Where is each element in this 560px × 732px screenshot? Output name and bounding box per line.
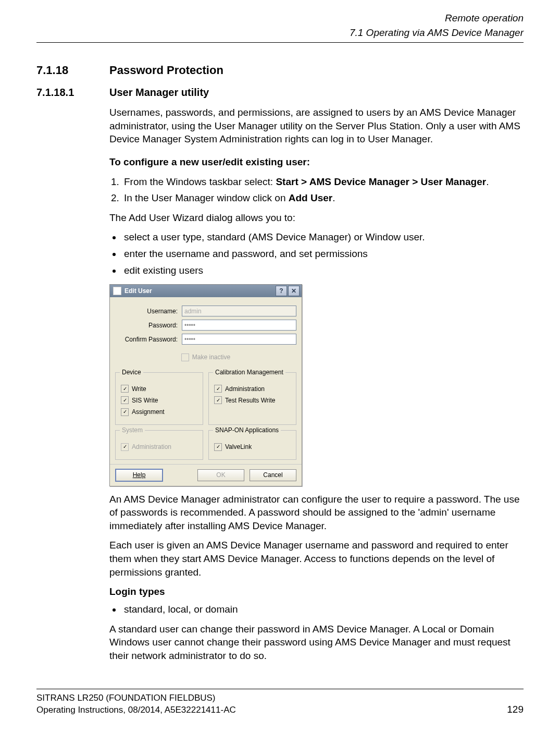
device-write-option[interactable]: Write	[121, 385, 197, 393]
configure-steps: From the Windows taskbar select: Start >…	[122, 175, 524, 205]
dialog-app-icon	[113, 287, 121, 295]
system-admin-checkbox	[121, 443, 129, 451]
step-1-pre: From the Windows taskbar select:	[124, 176, 276, 187]
device-assignment-label: Assignment	[132, 408, 165, 416]
device-write-checkbox[interactable]	[121, 385, 129, 393]
device-siswrite-option[interactable]: SIS Write	[121, 396, 197, 405]
calibration-legend: Calibration Management	[213, 368, 285, 376]
section-title: Password Protection	[109, 63, 223, 78]
make-inactive-checkbox[interactable]	[181, 353, 189, 361]
username-input[interactable]: admin	[182, 306, 296, 316]
login-types-para: A standard user can change their passwor…	[109, 623, 524, 663]
snapon-valvelink-checkbox[interactable]	[214, 443, 222, 451]
step-2-bold: Add User	[289, 192, 332, 203]
footer-docinfo: Operating Instructions, 08/2014, A5E3222…	[36, 704, 236, 716]
calib-test-checkbox[interactable]	[214, 396, 222, 404]
snapon-valvelink-label: ValveLink	[225, 443, 252, 451]
device-legend: Device	[120, 368, 143, 376]
dialog-title-text: Edit User	[125, 287, 275, 295]
titlebar-close-button[interactable]: ✕	[288, 286, 300, 296]
username-label: Username:	[115, 307, 182, 315]
login-types-list: standard, local, or domain	[122, 603, 524, 616]
header-chapter: Remote operation	[36, 11, 524, 25]
step-1: From the Windows taskbar select: Start >…	[122, 175, 524, 189]
header-rule	[36, 42, 524, 43]
allows-item-2: enter the username and password, and set…	[122, 247, 524, 261]
password-input[interactable]: •••••	[182, 320, 296, 331]
footer-product: SITRANS LR250 (FOUNDATION FIELDBUS)	[36, 692, 236, 704]
subsection-title: User Manager utility	[109, 86, 209, 100]
device-group: Device Write SIS Write Assignment	[115, 372, 203, 425]
step-2-pre: In the User Manager window click on	[124, 192, 289, 203]
dialog-titlebar[interactable]: Edit User ? ✕	[110, 285, 302, 297]
step-1-post: .	[486, 176, 489, 187]
calibration-group: Calibration Management Administration Te…	[208, 372, 296, 425]
system-admin-option: Administration	[121, 443, 197, 451]
confirm-password-input[interactable]: •••••	[182, 334, 296, 345]
login-types-item: standard, local, or domain	[122, 603, 524, 616]
allows-item-3: edit existing users	[122, 264, 524, 277]
device-siswrite-checkbox[interactable]	[121, 396, 129, 404]
calib-admin-checkbox[interactable]	[214, 385, 222, 393]
calib-admin-label: Administration	[225, 385, 265, 393]
intro-paragraph: Usernames, passwords, and permissions, a…	[109, 106, 524, 146]
header-section: 7.1 Operating via AMS Device Manager	[36, 26, 524, 40]
allows-intro: The Add User Wizard dialog allows you to…	[109, 211, 524, 225]
allows-list: select a user type, standard (AMS Device…	[122, 230, 524, 277]
snapon-group: SNAP-ON Applications ValveLink	[208, 430, 296, 460]
page-footer: SITRANS LR250 (FOUNDATION FIELDBUS) Oper…	[36, 689, 524, 716]
dialog-footer: Help OK Cancel	[110, 464, 302, 485]
make-inactive-label: Make inactive	[192, 353, 230, 361]
ok-button[interactable]: OK	[197, 469, 244, 481]
device-assignment-checkbox[interactable]	[121, 408, 129, 416]
make-inactive-row: Make inactive	[115, 353, 296, 361]
footer-rule	[36, 689, 524, 689]
after-image-para-1: An AMS Device Manager administrator can …	[109, 493, 524, 533]
dialog-body: Username: admin Password: ••••• Confirm …	[110, 297, 302, 464]
edit-user-dialog: Edit User ? ✕ Username: admin Password: …	[109, 284, 302, 486]
section-heading: 7.1.18 Password Protection	[36, 63, 524, 78]
step-2-post: .	[332, 192, 335, 203]
titlebar-help-button[interactable]: ?	[276, 286, 287, 296]
edit-user-dialog-figure: Edit User ? ✕ Username: admin Password: …	[109, 284, 524, 486]
after-image-para-2: Each user is given an AMS Device Manager…	[109, 539, 524, 579]
device-assignment-option[interactable]: Assignment	[121, 408, 197, 416]
system-legend: System	[120, 426, 145, 434]
snapon-valvelink-option[interactable]: ValveLink	[214, 443, 291, 451]
login-types-heading: Login types	[109, 585, 524, 599]
cancel-button[interactable]: Cancel	[250, 469, 296, 481]
calib-test-label: Test Results Write	[225, 396, 275, 405]
calib-admin-option[interactable]: Administration	[214, 385, 291, 393]
help-button[interactable]: Help	[115, 469, 163, 481]
confirm-password-label: Confirm Password:	[115, 335, 182, 344]
password-label: Password:	[115, 321, 182, 330]
calib-test-option[interactable]: Test Results Write	[214, 396, 291, 405]
page-number: 129	[507, 703, 524, 716]
device-siswrite-label: SIS Write	[132, 396, 158, 405]
system-admin-label: Administration	[132, 443, 171, 451]
system-group: System Administration	[115, 430, 203, 460]
step-1-bold: Start > AMS Device Manager > User Manage…	[276, 176, 486, 187]
configure-heading: To configure a new user/edit existing us…	[109, 155, 524, 169]
snapon-legend: SNAP-ON Applications	[213, 426, 281, 434]
section-number: 7.1.18	[36, 63, 109, 78]
device-write-label: Write	[132, 385, 146, 393]
subsection-heading: 7.1.18.1 User Manager utility	[36, 86, 524, 100]
subsection-number: 7.1.18.1	[36, 86, 109, 100]
allows-item-1: select a user type, standard (AMS Device…	[122, 230, 524, 244]
step-2: In the User Manager window click on Add …	[122, 191, 524, 205]
